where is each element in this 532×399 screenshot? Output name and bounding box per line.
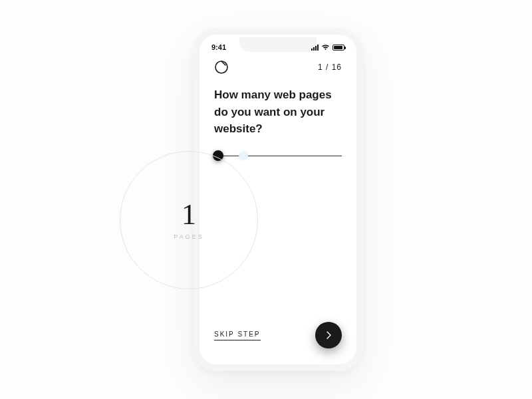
status-time: 9:41 (211, 43, 226, 51)
battery-full-icon (332, 45, 344, 51)
step-progress: 1 / 16 (318, 63, 342, 72)
footer: SKIP STEP (214, 322, 342, 348)
wifi-icon (321, 44, 330, 51)
step-total: 16 (332, 63, 342, 72)
skip-step-button[interactable]: SKIP STEP (214, 331, 261, 340)
header: 1 / 16 (214, 60, 342, 74)
status-bar: 9:41 (202, 41, 354, 53)
page-count-display: 1 PAGES (120, 151, 258, 289)
page-count-unit: PAGES (174, 233, 203, 240)
question-text: How many web pages do you want on your w… (214, 86, 342, 138)
next-step-button[interactable] (315, 322, 342, 348)
page-count-slider[interactable] (202, 149, 354, 162)
step-current: 1 (318, 63, 323, 72)
slider-tick (239, 151, 248, 160)
circle-slash-logo-icon (214, 60, 229, 74)
slider-track (214, 156, 342, 156)
page-count-value: 1 (182, 200, 196, 229)
chevron-right-icon (325, 331, 332, 339)
cellular-signal-icon (311, 45, 319, 51)
status-indicators (311, 44, 344, 51)
svg-point-0 (215, 61, 227, 73)
step-sep: / (323, 63, 332, 72)
